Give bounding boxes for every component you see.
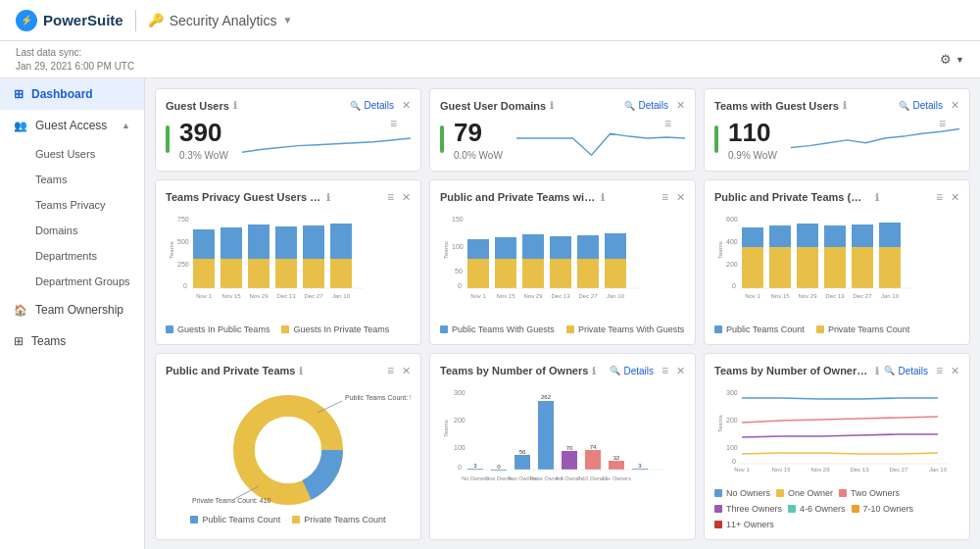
sidebar-item-team-ownership[interactable]: 🏠 Team Ownership bbox=[0, 294, 144, 325]
info-icon[interactable]: ℹ bbox=[233, 100, 237, 111]
info-icon[interactable]: ℹ bbox=[843, 100, 847, 111]
svg-text:262: 262 bbox=[541, 394, 552, 400]
legend-dot bbox=[190, 516, 198, 524]
settings-button[interactable]: ⚙ ▼ bbox=[940, 52, 964, 67]
card-teams-owners-bar: Teams by Number of Owners ℹ 🔍 Details ≡ … bbox=[429, 353, 696, 540]
info-icon[interactable]: ℹ bbox=[592, 366, 596, 376]
svg-text:Nov 15: Nov 15 bbox=[496, 293, 515, 299]
close-button[interactable]: ✕ bbox=[951, 191, 959, 204]
details-button[interactable]: 🔍 Details bbox=[624, 100, 668, 111]
svg-text:Nov 1: Nov 1 bbox=[470, 293, 486, 299]
metric-bar bbox=[714, 125, 718, 153]
page-title-area: 🔑 Security Analytics ▼ bbox=[148, 13, 293, 28]
svg-text:Teams: Teams bbox=[717, 241, 723, 259]
key-icon: 🔑 bbox=[148, 13, 164, 27]
title-caret[interactable]: ▼ bbox=[282, 15, 292, 25]
svg-text:Dec 13: Dec 13 bbox=[551, 293, 570, 299]
menu-icon[interactable]: ≡ bbox=[936, 190, 943, 204]
info-icon[interactable]: ℹ bbox=[875, 192, 879, 203]
info-icon[interactable]: ℹ bbox=[601, 192, 605, 203]
menu-icon[interactable]: ≡ bbox=[939, 117, 946, 130]
sidebar-sub-guest-access: Guest Users Teams Teams Privacy Domains … bbox=[0, 141, 144, 294]
chevron-down-icon: ▲ bbox=[122, 121, 130, 130]
info-icon[interactable]: ℹ bbox=[299, 366, 303, 376]
svg-text:200: 200 bbox=[454, 417, 466, 424]
sidebar-item-teams-main[interactable]: ⊞ Teams bbox=[0, 325, 144, 357]
svg-text:70: 70 bbox=[566, 445, 573, 451]
card-donut: Public and Private Teams ℹ ≡ ✕ bbox=[155, 353, 421, 540]
svg-text:Jan 10: Jan 10 bbox=[881, 293, 900, 299]
close-button[interactable]: ✕ bbox=[676, 191, 685, 204]
sidebar: ⊞ Dashboard 👥 Guest Access ▲ Guest Users… bbox=[0, 78, 145, 549]
close-button[interactable]: ✕ bbox=[402, 365, 411, 377]
card-owners-trend: Teams by Number of Owners (Trend) ℹ 🔍 De… bbox=[704, 353, 970, 540]
logo-icon: ⚡ bbox=[16, 10, 37, 31]
svg-rect-54 bbox=[769, 225, 791, 247]
menu-icon[interactable]: ≡ bbox=[387, 190, 394, 204]
menu-icon[interactable]: ≡ bbox=[662, 364, 668, 377]
donut-chart: Public Teams Count: 90 Private Teams Cou… bbox=[166, 383, 411, 511]
legend-dot bbox=[714, 489, 722, 497]
legend-item: Three Owners bbox=[714, 504, 782, 514]
svg-text:0: 0 bbox=[183, 282, 187, 289]
close-button[interactable]: ✕ bbox=[402, 99, 411, 112]
metric-sub: 0.9% WoW bbox=[728, 150, 777, 161]
sync-time: Jan 29, 2021 6:00 PM UTC bbox=[16, 61, 134, 72]
sidebar-item-departments[interactable]: Departments bbox=[27, 243, 144, 269]
sidebar-item-guest-access[interactable]: 👥 Guest Access ▲ bbox=[0, 110, 144, 141]
card-title-donut: Public and Private Teams bbox=[166, 365, 295, 376]
gear-icon: ⚙ bbox=[940, 52, 952, 67]
sidebar-item-teams[interactable]: Teams bbox=[27, 167, 144, 192]
legend-label: Three Owners bbox=[726, 504, 782, 514]
sidebar-item-teams-privacy[interactable]: Teams Privacy bbox=[27, 192, 144, 218]
svg-text:150: 150 bbox=[452, 216, 464, 223]
svg-text:0: 0 bbox=[732, 282, 736, 289]
stacked-bar-chart: 600 400 200 0 bbox=[714, 210, 959, 318]
close-button[interactable]: ✕ bbox=[676, 365, 685, 377]
team-ownership-icon: 🏠 bbox=[14, 304, 27, 317]
bar-chart: 300 200 100 0 3 0 56 262 bbox=[440, 383, 685, 501]
svg-text:Dec 27: Dec 27 bbox=[304, 293, 323, 299]
svg-rect-5 bbox=[193, 259, 215, 288]
svg-rect-35 bbox=[550, 259, 571, 288]
legend-item: Guests In Private Teams bbox=[281, 324, 389, 334]
details-button[interactable]: 🔍 Details bbox=[610, 366, 654, 376]
menu-icon[interactable]: ≡ bbox=[662, 190, 668, 204]
info-icon[interactable]: ℹ bbox=[326, 192, 330, 203]
close-button[interactable]: ✕ bbox=[951, 99, 959, 112]
sidebar-item-dept-groups[interactable]: Department Groups bbox=[27, 269, 144, 294]
svg-text:Nov 1: Nov 1 bbox=[745, 293, 760, 299]
menu-icon[interactable]: ≡ bbox=[387, 364, 394, 377]
metric-bar bbox=[440, 125, 444, 153]
close-button[interactable]: ✕ bbox=[676, 99, 685, 112]
svg-text:Dec 13: Dec 13 bbox=[276, 293, 296, 299]
svg-rect-7 bbox=[220, 259, 242, 288]
svg-text:Jan 10: Jan 10 bbox=[607, 293, 625, 299]
info-icon[interactable]: ℹ bbox=[875, 366, 879, 376]
menu-icon[interactable]: ≡ bbox=[936, 364, 943, 377]
svg-text:Dec 27: Dec 27 bbox=[889, 467, 908, 473]
svg-rect-60 bbox=[852, 225, 873, 247]
details-button[interactable]: 🔍 Details bbox=[884, 366, 928, 376]
details-button[interactable]: 🔍 Details bbox=[899, 100, 943, 111]
sidebar-item-guest-users[interactable]: Guest Users bbox=[27, 141, 144, 167]
sidebar-item-dashboard[interactable]: ⊞ Dashboard bbox=[0, 78, 144, 110]
svg-text:Nov 15: Nov 15 bbox=[771, 467, 791, 473]
subbar: Last data sync: Jan 29, 2021 6:00 PM UTC… bbox=[0, 41, 980, 78]
info-icon[interactable]: ℹ bbox=[550, 100, 554, 111]
card-title-guest-users: Guest Users bbox=[166, 100, 229, 112]
close-button[interactable]: ✕ bbox=[951, 365, 959, 377]
sparkline-chart bbox=[516, 119, 685, 158]
sidebar-item-domains[interactable]: Domains bbox=[27, 218, 144, 243]
menu-icon[interactable]: ≡ bbox=[390, 117, 397, 130]
legend-dot bbox=[714, 325, 722, 333]
close-button[interactable]: ✕ bbox=[402, 191, 411, 204]
card-guest-users: Guest Users ℹ 🔍 Details ✕ bbox=[155, 88, 421, 172]
details-button[interactable]: 🔍 Details bbox=[350, 100, 394, 111]
chart-legend: Public Teams With Guests Private Teams W… bbox=[440, 324, 685, 334]
legend-label: 7-10 Owners bbox=[863, 504, 914, 514]
sidebar-sub-label: Guest Users bbox=[35, 148, 95, 160]
menu-icon[interactable]: ≡ bbox=[664, 117, 671, 130]
svg-rect-57 bbox=[797, 247, 818, 288]
svg-rect-59 bbox=[824, 247, 846, 288]
